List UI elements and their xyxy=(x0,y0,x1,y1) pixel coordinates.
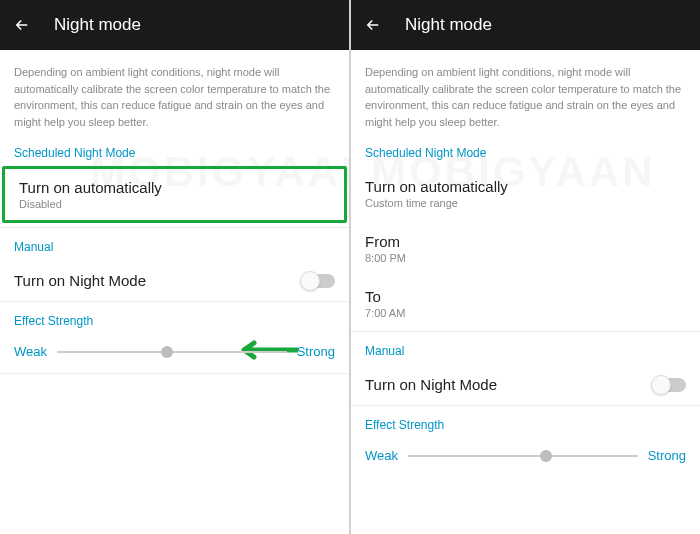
manual-section-label: Manual xyxy=(0,227,349,260)
arrow-left-icon xyxy=(364,16,382,34)
effect-strength-label: Effect Strength xyxy=(0,302,349,334)
slider-strong-label: Strong xyxy=(648,448,686,463)
from-time-row[interactable]: From 8:00 PM xyxy=(351,221,700,276)
back-button[interactable] xyxy=(363,15,383,35)
screenshot-container: MOBIGYAAN Night mode Depending on ambien… xyxy=(0,0,700,534)
left-pane: MOBIGYAAN Night mode Depending on ambien… xyxy=(0,0,349,534)
effect-strength-label: Effect Strength xyxy=(351,406,700,438)
to-subtitle: 7:00 AM xyxy=(365,307,405,319)
page-title: Night mode xyxy=(54,15,141,35)
from-title: From xyxy=(365,233,406,250)
toggle-title: Turn on Night Mode xyxy=(14,272,146,289)
turn-on-night-mode-row[interactable]: Turn on Night Mode xyxy=(0,260,349,302)
from-subtitle: 8:00 PM xyxy=(365,252,406,264)
turn-on-automatically-row[interactable]: Turn on automatically Custom time range xyxy=(351,166,700,221)
description-text: Depending on ambient light conditions, n… xyxy=(0,50,349,140)
scheduled-section-label: Scheduled Night Mode xyxy=(351,140,700,166)
slider-thumb[interactable] xyxy=(540,450,552,462)
to-title: To xyxy=(365,288,405,305)
app-header: Night mode xyxy=(351,0,700,50)
slider-weak-label: Weak xyxy=(365,448,398,463)
effect-strength-slider-row: Weak Strong xyxy=(0,334,349,374)
right-pane: MOBIGYAAN Night mode Depending on ambien… xyxy=(351,0,700,534)
auto-title: Turn on automatically xyxy=(365,178,508,195)
scheduled-section-label: Scheduled Night Mode xyxy=(0,140,349,166)
slider-weak-label: Weak xyxy=(14,344,47,359)
effect-strength-slider[interactable] xyxy=(57,351,287,353)
night-mode-toggle[interactable] xyxy=(301,274,335,288)
app-header: Night mode xyxy=(0,0,349,50)
auto-subtitle: Custom time range xyxy=(365,197,508,209)
manual-section-label: Manual xyxy=(351,332,700,364)
auto-subtitle: Disabled xyxy=(19,198,162,210)
back-button[interactable] xyxy=(12,15,32,35)
effect-strength-slider-row: Weak Strong xyxy=(351,438,700,477)
auto-title: Turn on automatically xyxy=(19,179,162,196)
night-mode-toggle[interactable] xyxy=(652,378,686,392)
effect-strength-slider[interactable] xyxy=(408,455,638,457)
slider-strong-label: Strong xyxy=(297,344,335,359)
turn-on-night-mode-row[interactable]: Turn on Night Mode xyxy=(351,364,700,406)
toggle-title: Turn on Night Mode xyxy=(365,376,497,393)
turn-on-automatically-row[interactable]: Turn on automatically Disabled xyxy=(2,166,347,223)
arrow-left-icon xyxy=(13,16,31,34)
to-time-row[interactable]: To 7:00 AM xyxy=(351,276,700,332)
description-text: Depending on ambient light conditions, n… xyxy=(351,50,700,140)
page-title: Night mode xyxy=(405,15,492,35)
slider-thumb[interactable] xyxy=(161,346,173,358)
